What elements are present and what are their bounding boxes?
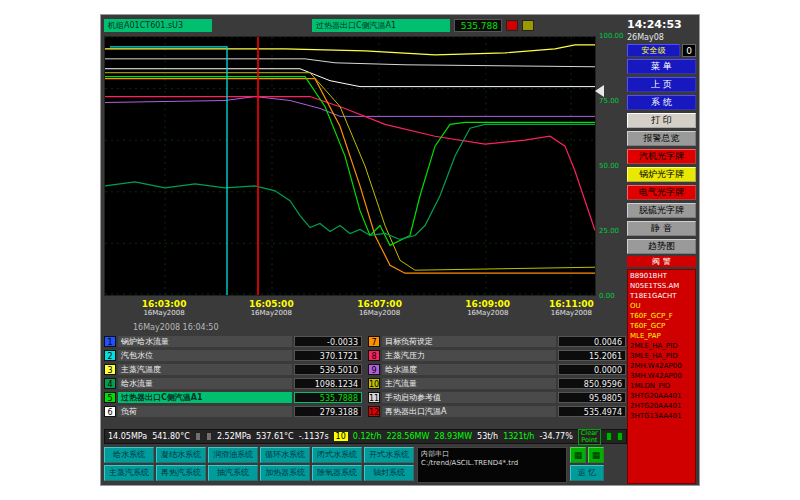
time-tick-time: 16:09:00: [465, 299, 510, 309]
legend-row[interactable]: 10主汽流量850.9596: [368, 377, 626, 390]
alarm-entry[interactable]: 2MLE_HA_PID: [630, 341, 693, 351]
legend-row[interactable]: 4给水流量1098.1234: [104, 377, 362, 390]
status-value: 14.05MPa: [108, 432, 147, 441]
legend-pen-label: 目标负荷设定: [382, 336, 556, 347]
alarm-entry[interactable]: 1MLDN_PID: [630, 381, 693, 391]
system-button[interactable]: 给水系统: [104, 447, 154, 463]
scale-label: 25.00: [599, 227, 619, 235]
legend-row[interactable]: 6负荷279.3188: [104, 405, 362, 418]
scale-marker-icon[interactable]: [595, 85, 604, 97]
legend-row[interactable]: 3主蒸汽温度539.5010: [104, 363, 362, 376]
legend-row[interactable]: 1锅炉给水流量-0.0033: [104, 335, 362, 348]
system-button[interactable]: 主蒸汽系统: [104, 465, 154, 481]
legend-pen-number: 10: [368, 378, 380, 389]
sidebar-button[interactable]: 锅炉光字牌: [627, 167, 696, 182]
ack-alarm-button[interactable]: ▦: [570, 447, 586, 463]
legend-row[interactable]: 5过热器出口C侧汽温A1535.7888: [104, 391, 362, 404]
status-indicator-chip: [522, 20, 534, 31]
time-tick: 16:07:0016May2008: [357, 299, 402, 317]
system-button[interactable]: 循环水系统: [260, 447, 310, 463]
system-button[interactable]: 再热汽系统: [156, 465, 206, 481]
alarm-entry[interactable]: 3MH.W42AP00: [630, 371, 693, 381]
marker-button[interactable]: [617, 432, 623, 441]
system-button[interactable]: 凝结水系统: [156, 447, 206, 463]
security-level-value: 0: [682, 44, 696, 57]
status-value: 53t/h: [477, 432, 498, 441]
trend-source-tag[interactable]: 机组A01CT601.sU3: [104, 19, 212, 32]
legend-row[interactable]: 2汽包水位370.1721: [104, 349, 362, 362]
system-button[interactable]: 闭式水系统: [312, 447, 362, 463]
sidebar-button[interactable]: 上 页: [627, 77, 696, 92]
header-bar: 机组A01CT601.sU3 过热器出口C侧汽温A1 535.788: [104, 18, 626, 33]
alarm-entry[interactable]: MLE_PAP: [630, 331, 693, 341]
legend-pen-label: 再热器出口汽温A: [382, 406, 556, 417]
alarm-entry[interactable]: N05E1TSS.AM: [630, 281, 693, 291]
legend-pen-label: 主汽流量: [382, 378, 556, 389]
legend-row[interactable]: 8主蒸汽压力15.2061: [368, 349, 626, 362]
system-button[interactable]: 润滑油系统: [208, 447, 258, 463]
alarm-entry[interactable]: 3HTG13AA401: [630, 411, 693, 421]
clear-point-button[interactable]: ClearPoint: [578, 429, 601, 445]
sidebar-button[interactable]: 系 统: [627, 95, 696, 110]
sidebar-button[interactable]: 静 音: [627, 221, 696, 236]
sidebar-button[interactable]: 菜 单: [627, 59, 696, 74]
legend-row[interactable]: 12再热器出口汽温A535.4974: [368, 405, 626, 418]
alarm-entry[interactable]: OU: [630, 301, 693, 311]
legend-pen-number: 8: [368, 350, 380, 361]
legend-row[interactable]: 7目标负荷设定0.0046: [368, 335, 626, 348]
system-button[interactable]: 抽汽系统: [208, 465, 258, 481]
legend-row[interactable]: 9给水温度0.0000: [368, 363, 626, 376]
sidebar-button[interactable]: 打 印: [627, 113, 696, 128]
trend-chart[interactable]: [104, 36, 596, 296]
alarm-indicator-chip: [506, 20, 518, 31]
alarm-entry[interactable]: 3MLE_HA_PID: [630, 351, 693, 361]
trend-curve-purple-ref: [105, 97, 595, 117]
alarm-entry[interactable]: 3HTG20AA401: [630, 391, 693, 401]
system-button[interactable]: 除氧器系统: [312, 465, 362, 481]
scale-label: 50.00: [599, 162, 619, 170]
alarm-entry[interactable]: T60F_GCP: [630, 321, 693, 331]
trend-plot[interactable]: [105, 37, 595, 295]
sidebar-button[interactable]: 电气光字牌: [627, 185, 696, 200]
trend-curve-olive-trend: [105, 73, 595, 270]
legend-pen-number: 5: [104, 392, 116, 403]
sidebar-button[interactable]: 趋势图: [627, 239, 696, 254]
status-value: -.1137s: [299, 432, 329, 441]
clock: 14:24:53: [627, 18, 696, 31]
recall-button[interactable]: 追 忆: [570, 465, 604, 481]
time-tick-time: 16:07:00: [357, 299, 402, 309]
alarm-list: B8901BHTN05E1TSS.AMT18E1GACHTOUT60F_GCP_…: [627, 269, 696, 484]
time-tick-date: 16May2008: [142, 309, 187, 317]
legend-row[interactable]: 11手动启动参考值95.9805: [368, 391, 626, 404]
time-tick-date: 16May2008: [549, 309, 594, 317]
marker-button[interactable]: [606, 432, 612, 441]
status-value: 2.52MPa: [217, 432, 251, 441]
legend-pen-number: 12: [368, 406, 380, 417]
time-tick: 16:09:0016May2008: [465, 299, 510, 317]
silence-button[interactable]: ▦: [588, 447, 604, 463]
date: 26May08: [627, 33, 696, 42]
selected-signal-value: 535.788: [454, 19, 502, 32]
alarm-entry[interactable]: 2HTG20AA401: [630, 401, 693, 411]
sidebar-button[interactable]: 脱硫光字牌: [627, 203, 696, 218]
value-scale: 100.0075.0050.0025.000.00: [598, 36, 626, 296]
alarm-entry[interactable]: 2MH.W42AP00: [630, 361, 693, 371]
alarm-entry[interactable]: B8901BHT: [630, 271, 693, 281]
time-tick: 16:11:0016May2008: [549, 299, 594, 317]
selected-signal-tag[interactable]: 过热器出口C侧汽温A1: [312, 19, 450, 32]
sidebar-button[interactable]: 报警总览: [627, 131, 696, 146]
legend-pen-label: 汽包水位: [118, 350, 292, 361]
alarm-entry[interactable]: T18E1GACHT: [630, 291, 693, 301]
system-button[interactable]: 轴封系统: [364, 465, 414, 481]
sidebar-button[interactable]: 汽机光字牌: [627, 149, 696, 164]
alarm-entry[interactable]: T60F_GCP_F: [630, 311, 693, 321]
scale-label: 0.00: [599, 292, 615, 300]
legend-pen-number: 11: [368, 392, 380, 403]
security-level-button[interactable]: 安全级: [627, 44, 680, 57]
time-tick-time: 16:05:00: [249, 299, 294, 309]
system-button[interactable]: 加热器系统: [260, 465, 310, 481]
sidebar: 14:24:53 26May08 安全级 0 菜 单上 页系 统打 印报警总览汽…: [626, 17, 697, 485]
legend-pen-number: 2: [104, 350, 116, 361]
system-button[interactable]: 开式水系统: [364, 447, 414, 463]
trend-curve-cyan-drum-level: [110, 47, 227, 295]
